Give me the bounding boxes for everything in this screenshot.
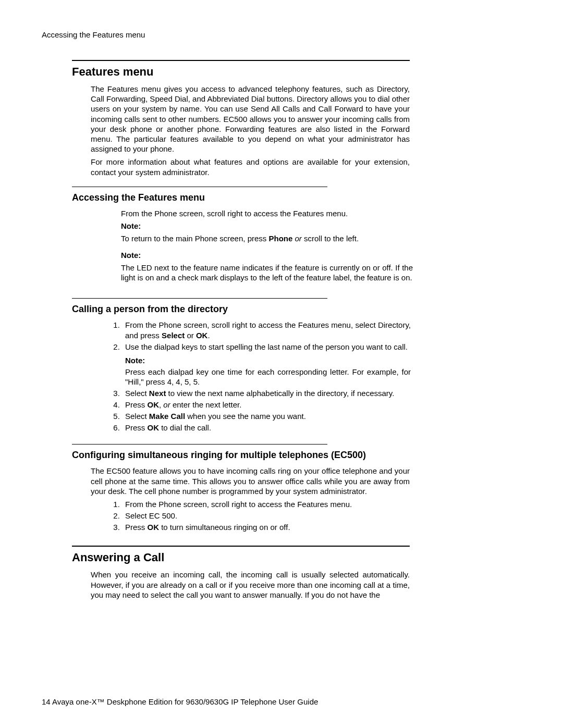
text-bold: OK <box>148 523 160 532</box>
section-heading-answering-call: Answering a Call <box>72 551 410 564</box>
paragraph: The Features menu gives you access to ad… <box>91 84 410 154</box>
text: when you see the name you want. <box>185 412 306 421</box>
paragraph: The EC500 feature allows you to have inc… <box>91 466 410 496</box>
subsection-heading-calling-directory: Calling a person from the directory <box>72 304 410 315</box>
text: enter the next letter. <box>173 400 242 409</box>
note-label: Note: <box>121 251 413 260</box>
ordered-list: From the Phone screen, scroll right to a… <box>108 499 411 532</box>
note-text: Press each dialpad key one time for each… <box>125 367 411 388</box>
note-text: The LED next to the feature name indicat… <box>121 263 413 282</box>
text: to dial the call. <box>159 423 211 432</box>
text: To return to the main Phone screen, pres… <box>121 234 268 243</box>
body-block: When you receive an incoming call, the i… <box>91 570 410 600</box>
text-italic: or <box>292 234 304 243</box>
subsection-heading-ec500: Configuring simultaneous ringing for mul… <box>72 450 410 461</box>
paragraph: When you receive an incoming call, the i… <box>91 570 410 600</box>
text-bold: Next <box>149 389 166 398</box>
content-column: Features menu The Features menu gives yo… <box>72 60 410 600</box>
text: Press <box>125 523 148 532</box>
ordered-list: From the Phone screen, scroll right to a… <box>108 320 411 433</box>
list-item: Select Make Call when you see the name y… <box>122 411 411 422</box>
list-item: From the Phone screen, scroll right to a… <box>122 320 411 341</box>
text-bold: Phone <box>268 234 292 243</box>
subsection-rule <box>72 444 327 445</box>
page: Accessing the Features menu Features men… <box>0 0 563 728</box>
step-block: From the Phone screen, scroll right to a… <box>108 499 411 532</box>
list-item: Select EC 500. <box>122 511 411 521</box>
note-label: Note: <box>121 221 413 230</box>
subsection-rule <box>72 187 327 187</box>
list-item: Use the dialpad keys to start spelling t… <box>122 342 411 387</box>
paragraph: From the Phone screen, scroll right to a… <box>121 208 413 218</box>
body-block: The Features menu gives you access to ad… <box>91 84 410 177</box>
text: Press <box>125 423 148 432</box>
text-italic: or <box>163 400 173 409</box>
text-bold: OK <box>148 400 160 409</box>
note-label: Note: <box>125 355 411 366</box>
body-block: The EC500 feature allows you to have inc… <box>91 466 410 496</box>
page-footer: 14 Avaya one-X™ Deskphone Edition for 96… <box>42 697 318 706</box>
subsection-heading-accessing: Accessing the Features menu <box>72 192 410 203</box>
section-rule <box>72 60 410 61</box>
paragraph: For more information about what features… <box>91 157 410 177</box>
text: to turn simultaneous ringing on or off. <box>159 523 290 532</box>
text: or <box>185 331 196 340</box>
text: scroll to the left. <box>304 234 359 243</box>
page-number: 14 <box>42 697 51 706</box>
subsection-rule <box>72 298 327 299</box>
text-bold: OK <box>148 423 160 432</box>
list-item: Select Next to view the next name alphab… <box>122 388 411 399</box>
list-item: From the Phone screen, scroll right to a… <box>122 499 411 510</box>
text-bold: Make Call <box>149 412 185 421</box>
step-block: From the Phone screen, scroll right to a… <box>108 320 411 433</box>
text: Select <box>125 412 149 421</box>
text: Use the dialpad keys to start spelling t… <box>125 342 408 351</box>
section-heading-features-menu: Features menu <box>72 65 410 79</box>
footer-text: Avaya one-X™ Deskphone Edition for 9630/… <box>51 697 319 706</box>
section-rule <box>72 546 410 547</box>
text: Select <box>125 389 149 398</box>
list-item: Press OK, or enter the next letter. <box>122 400 411 410</box>
text: Press <box>125 400 148 409</box>
text-bold: OK <box>196 331 208 340</box>
text-bold: Select <box>162 331 185 340</box>
list-item: Press OK to dial the call. <box>122 423 411 433</box>
list-item: Press OK to turn simultaneous ringing on… <box>122 522 411 533</box>
text: to view the next name alphabetically in … <box>166 389 394 398</box>
running-head: Accessing the Features menu <box>42 30 521 39</box>
text: . <box>207 331 210 340</box>
note-text: To return to the main Phone screen, pres… <box>121 233 413 243</box>
step-block: From the Phone screen, scroll right to a… <box>121 208 413 283</box>
